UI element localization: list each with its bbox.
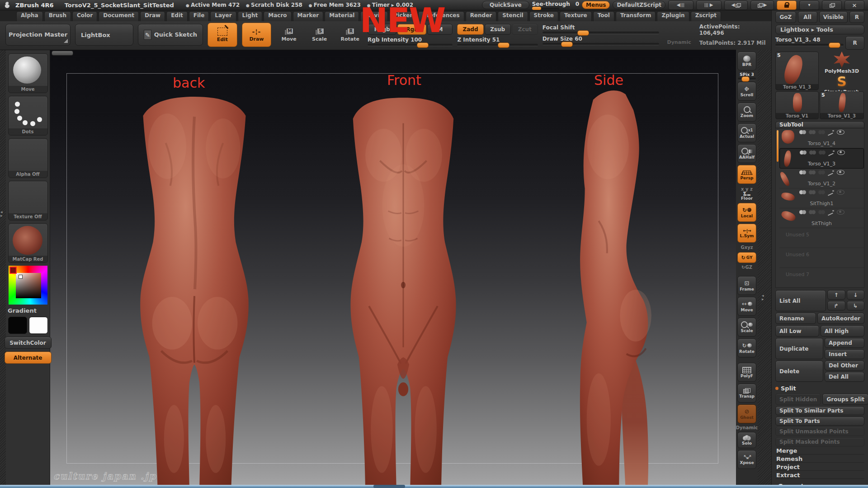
document-canvas[interactable]: back Front Side [50, 50, 736, 488]
menu-macro[interactable]: Macro [264, 11, 291, 21]
delete-button[interactable]: Delete [775, 361, 823, 382]
polypaint-brush-icon[interactable] [828, 170, 834, 175]
main-color-swatch[interactable] [8, 317, 27, 334]
current-tool-thumbnail[interactable]: 5 Torso_V1_3 [775, 52, 819, 90]
draw-mode-button[interactable]: -¦- Draw [242, 23, 272, 47]
focal-shift-handle[interactable] [577, 30, 589, 36]
all-low-button[interactable]: All Low [775, 325, 819, 337]
current-stroke-thumbnail[interactable]: Dots [8, 96, 48, 136]
move-view-button[interactable]: ↔ Move [737, 297, 756, 316]
xpose-button[interactable]: ⤡⤢ Xpose [737, 450, 756, 469]
scale-mode-button[interactable]: S Scale [307, 23, 333, 47]
goz-button[interactable]: GoZ [775, 11, 796, 23]
perspective-button[interactable]: Persp [737, 165, 756, 184]
subtool-scrollbar[interactable] [777, 130, 778, 162]
rotate-mode-button[interactable]: R Rotate [337, 23, 363, 47]
menu-zplugin[interactable]: Zplugin [657, 11, 689, 21]
boolean-toggle-icon[interactable] [799, 190, 806, 194]
current-brush-thumbnail[interactable]: Move [8, 53, 48, 93]
subtool-section-header[interactable]: SubTool [775, 121, 864, 128]
z-intensity-track[interactable] [457, 44, 538, 46]
next-document-button[interactable]: ▶ [750, 0, 774, 10]
torso-model-back-view[interactable] [118, 89, 271, 488]
solo-mode-button[interactable]: Solo [737, 432, 756, 448]
panel-collapse-icon[interactable]: ◂▸ [762, 294, 764, 301]
move-subtool-up-button[interactable]: ↑ [827, 290, 845, 300]
zsub-button[interactable]: Zsub [485, 24, 511, 35]
visibility-eye-icon[interactable] [837, 210, 844, 215]
gxyz-button[interactable]: Gxyz [741, 245, 753, 250]
local-symmetry-button[interactable]: ←¦→ L.Sym [737, 224, 756, 243]
default-zscript-button[interactable]: DefaultZScript [613, 1, 665, 9]
recent-tool-2[interactable]: 5 Torso_V1_3 [820, 91, 864, 119]
horizontal-scrollbar[interactable] [0, 485, 868, 488]
boolean-toggle-icon[interactable] [799, 210, 806, 214]
timeline-scrub-forward-button[interactable]: ▶ [696, 0, 722, 10]
tool-scale-slider[interactable]: Torso_V1_3. 48 [775, 36, 844, 46]
subtool-row-torso-v1-2[interactable]: Torso_V1_2 [779, 169, 864, 188]
menu-brush[interactable]: Brush [44, 11, 71, 21]
subtool-row-unused-7[interactable]: Unused 7 [779, 268, 864, 287]
switch-color-button[interactable]: SwitchColor [5, 337, 52, 349]
menu-color[interactable]: Color [72, 11, 97, 21]
recent-tool-1[interactable]: Torso_V1 [775, 91, 819, 119]
quicksave-button[interactable]: QuickSave [482, 1, 529, 9]
spix-slider[interactable]: SPix 3 [738, 72, 756, 80]
subtool-row-torso-v1-4[interactable]: Torso_V1_4 [779, 128, 864, 148]
quick-sketch-button[interactable]: ✎ Quick Sketch [138, 24, 203, 46]
menu-transform[interactable]: Transform [616, 11, 656, 21]
menu-light[interactable]: Light [238, 11, 263, 21]
spix-track[interactable] [738, 78, 756, 80]
z-intensity-slider[interactable]: Z Intensity 51 [457, 37, 538, 46]
close-button[interactable]: × [844, 0, 864, 10]
tool-slider-handle[interactable] [829, 42, 840, 48]
canvas-scroll-handle[interactable] [52, 51, 73, 56]
menu-marker[interactable]: Marker [293, 11, 324, 21]
copy-subtool-button[interactable]: ↱ [827, 301, 845, 310]
menu-material[interactable]: Material [325, 11, 359, 21]
local-transform-button[interactable]: ↻ Local [737, 203, 756, 222]
move-subtool-down-button[interactable]: ↓ [847, 290, 864, 300]
see-through-track[interactable] [532, 8, 559, 9]
polypaint-brush-icon[interactable] [828, 150, 835, 155]
polymesh3d-tool[interactable]: PolyMesh3D [820, 52, 864, 74]
menu-stroke[interactable]: Stroke [529, 11, 558, 21]
tool-slider-track[interactable] [775, 44, 844, 46]
menus-button[interactable]: Menus [582, 1, 610, 9]
subtool-row-sitthigh1[interactable]: SitThigh1 [779, 188, 864, 208]
boolean-intersect-toggle-icon[interactable] [818, 170, 825, 174]
del-all-button[interactable]: Del All [825, 372, 864, 382]
rgb-intensity-track[interactable] [368, 44, 453, 46]
zcut-button[interactable]: Zcut [512, 24, 538, 35]
polypaint-brush-icon[interactable] [828, 210, 834, 215]
boolean-intersect-toggle-icon[interactable] [818, 210, 825, 214]
boolean-intersect-toggle-icon[interactable] [818, 190, 825, 194]
goz-all-button[interactable]: All [798, 11, 817, 23]
polyframe-button[interactable]: PolyF [737, 363, 756, 382]
polypaint-brush-icon[interactable] [828, 190, 834, 195]
ghost-transparency-button[interactable]: ⊘ Ghost [737, 404, 756, 423]
spin-y-button[interactable]: ↻GY [737, 252, 756, 263]
draw-size-handle[interactable] [561, 42, 573, 47]
menu-render[interactable]: Render [466, 11, 497, 21]
subtool-row-sitthigh[interactable]: SitThigh [779, 208, 864, 228]
lightbox-tools-button[interactable]: Lightbox ▸ Tools [775, 25, 864, 34]
menu-alpha[interactable]: Alpha [16, 11, 43, 21]
subtool-row-torso-v1-3-selected[interactable]: Torso_V1_3 [779, 148, 864, 169]
rename-button[interactable]: Rename [775, 313, 816, 324]
torso-model-front-view[interactable] [331, 91, 476, 488]
remesh-section-header[interactable]: Remesh [775, 455, 864, 463]
boolean-toggle-icon[interactable] [799, 130, 806, 134]
lock-interface-button[interactable] [777, 0, 797, 10]
minimize-button[interactable]: ▾ [799, 0, 819, 10]
menu-stencil[interactable]: Stencil [498, 11, 528, 21]
project-section-header[interactable]: Project [775, 464, 864, 471]
boolean-subtract-toggle-icon[interactable] [809, 170, 816, 174]
focal-shift-track[interactable] [542, 32, 659, 34]
lightbox-button[interactable]: LightBox [75, 24, 133, 46]
boolean-toggle-icon[interactable] [799, 170, 806, 174]
floor-grid-button[interactable]: x y z ▼▬▬ Floor [738, 186, 756, 201]
boolean-subtract-toggle-icon[interactable] [809, 210, 816, 214]
split-hidden-button[interactable]: Split Hidden [775, 394, 821, 405]
edit-mode-button[interactable]: Edit [208, 23, 237, 47]
